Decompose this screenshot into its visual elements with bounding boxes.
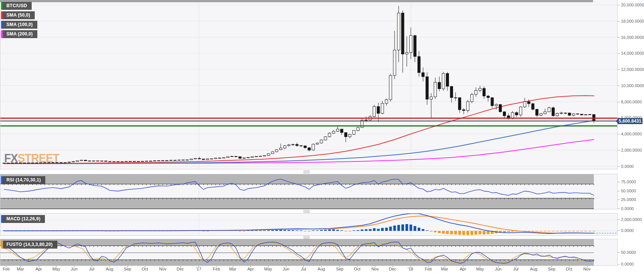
candle-body bbox=[92, 161, 95, 161]
macd-histogram-bar bbox=[357, 230, 359, 231]
candle-body bbox=[422, 73, 424, 77]
time-axis-tick bbox=[74, 266, 74, 267]
candle-body bbox=[446, 74, 449, 86]
macd-histogram-bar bbox=[564, 231, 567, 231]
panel-splitter[interactable] bbox=[0, 209, 618, 213]
fusto-legend: FUSTO (14,3,3,80,20) bbox=[1, 241, 57, 250]
candle-body bbox=[385, 100, 388, 103]
chart-top-bar bbox=[0, 0, 593, 2]
macd-histogram-bar bbox=[332, 229, 335, 231]
splitter-grip-icon[interactable] bbox=[303, 171, 310, 173]
candle-body bbox=[487, 96, 489, 98]
candle-body bbox=[145, 161, 148, 161]
candle-body bbox=[357, 128, 359, 131]
candle-body bbox=[406, 52, 408, 54]
axis-tick bbox=[618, 182, 620, 182]
candle-body bbox=[210, 159, 213, 159]
legend-item-sma100[interactable]: SMA (100,0) bbox=[1, 21, 37, 29]
axis-tick bbox=[618, 166, 620, 167]
rsi-label-badge[interactable]: RSI (14,70,30,1) bbox=[1, 176, 45, 184]
candle-body bbox=[340, 129, 343, 132]
macd-histogram-bar bbox=[410, 224, 412, 231]
macd-histogram-bar bbox=[349, 231, 351, 231]
macd-histogram-bar bbox=[239, 231, 241, 231]
macd-histogram-bar bbox=[446, 231, 449, 234]
price-axis-label: 8,000.0000 bbox=[621, 100, 642, 104]
macd-panel-canvas[interactable] bbox=[0, 213, 618, 236]
rsi-panel-canvas[interactable] bbox=[0, 174, 618, 209]
candle-body bbox=[52, 163, 54, 163]
time-axis-tick bbox=[39, 266, 39, 267]
time-axis-tick bbox=[303, 266, 304, 267]
candle-body bbox=[255, 157, 258, 157]
splitter-grip-icon[interactable] bbox=[303, 236, 310, 239]
candle-body bbox=[23, 163, 26, 163]
candle-body bbox=[117, 161, 119, 162]
candle-body bbox=[523, 102, 526, 107]
macd-histogram-bar bbox=[389, 227, 392, 231]
candle-body bbox=[536, 109, 538, 115]
candle-body bbox=[300, 146, 302, 146]
time-axis-tick bbox=[217, 266, 217, 267]
candle-body bbox=[373, 106, 375, 117]
macd-histogram-bar bbox=[511, 231, 514, 232]
fusto-label-badge[interactable]: FUSTO (14,3,3,80,20) bbox=[1, 241, 57, 249]
axis-tick bbox=[618, 86, 620, 86]
candle-body bbox=[251, 157, 254, 157]
candle-body bbox=[283, 146, 286, 148]
candle-body bbox=[271, 152, 274, 154]
candle-body bbox=[349, 134, 351, 137]
candle-body bbox=[503, 112, 506, 116]
macd-histogram-bar bbox=[255, 230, 258, 231]
candle-body bbox=[287, 145, 290, 146]
candle-body bbox=[109, 161, 111, 162]
macd-histogram-bar bbox=[344, 231, 347, 231]
time-axis-tick bbox=[340, 266, 340, 267]
candle-body bbox=[137, 161, 140, 162]
macd-label-badge[interactable]: MACD (12,26,9) bbox=[1, 215, 45, 223]
candle-body bbox=[76, 161, 79, 161]
candle-body bbox=[153, 161, 156, 161]
macd-histogram-bar bbox=[487, 231, 489, 234]
time-axis-tick bbox=[587, 266, 587, 267]
candle-body bbox=[397, 13, 400, 50]
candle-body bbox=[580, 114, 583, 115]
splitter-grip-icon[interactable] bbox=[303, 210, 310, 213]
macd-histogram-bar bbox=[373, 228, 375, 231]
candle-body bbox=[129, 161, 132, 161]
candle-body bbox=[479, 88, 481, 90]
macd-histogram-bar bbox=[292, 230, 294, 231]
candle-body bbox=[100, 161, 103, 161]
candle-body bbox=[556, 113, 559, 115]
axis-tick bbox=[618, 21, 620, 22]
macd-histogram-bar bbox=[353, 230, 355, 231]
axis-tick bbox=[618, 5, 620, 5]
time-axis-tick bbox=[410, 266, 411, 267]
stochastic-panel-canvas[interactable] bbox=[0, 239, 618, 266]
candle-body bbox=[576, 114, 579, 114]
candle-body bbox=[442, 74, 445, 89]
main-price-chart-canvas[interactable]: FXSTREET bbox=[0, 0, 618, 169]
macd-histogram-bar bbox=[434, 231, 437, 232]
candle-body bbox=[434, 82, 437, 97]
fusto-label: FUSTO (14,3,3,80,20) bbox=[3, 241, 57, 249]
legend-item-sma50[interactable]: SMA (50,0) bbox=[1, 11, 35, 19]
legend-item-symbol[interactable]: BTC/USD bbox=[1, 2, 32, 10]
candle-body bbox=[393, 50, 396, 75]
macd-histogram-bar bbox=[589, 231, 591, 231]
sma-100-line bbox=[4, 121, 594, 164]
axis-tick bbox=[618, 209, 620, 209]
axis-tick bbox=[618, 37, 620, 38]
axis-tick bbox=[618, 191, 620, 191]
macd-histogram-bar bbox=[466, 231, 469, 235]
time-axis-tick bbox=[92, 266, 92, 267]
macd-histogram-bar bbox=[539, 231, 542, 231]
panel-splitter[interactable] bbox=[0, 236, 618, 239]
legend-item-sma200[interactable]: SMA (200,0) bbox=[1, 30, 37, 38]
macd-histogram-bar bbox=[560, 231, 563, 231]
candle-body bbox=[332, 131, 335, 133]
macd-histogram-bar bbox=[328, 229, 331, 231]
macd-histogram-bar bbox=[275, 230, 278, 231]
panel-splitter[interactable] bbox=[0, 169, 618, 174]
candle-body bbox=[88, 161, 91, 161]
